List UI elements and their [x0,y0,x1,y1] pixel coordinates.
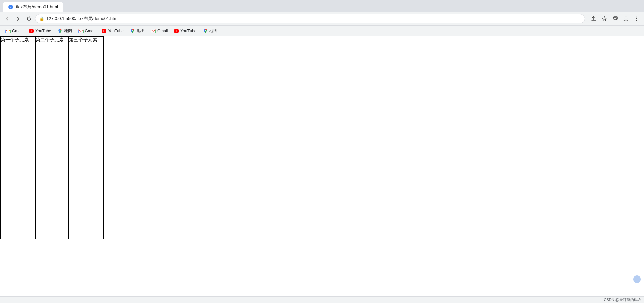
bookmark-gmail-1[interactable]: Gmail [3,27,25,35]
flex-child-2: 第二个子元素 [35,37,68,239]
bookmark-label: 地图 [209,28,217,34]
svg-point-4 [625,17,627,19]
gmail-icon-2 [78,28,84,34]
maps-icon-3 [203,28,208,34]
svg-point-11 [59,30,60,31]
bookmark-label: 地图 [137,28,145,34]
flex-container: 第一个子元素 第二个子元素 第三个子元素 [0,36,104,239]
share-icon [591,16,597,22]
svg-rect-16 [151,29,156,33]
status-text: CSDN @天秤座的码农 [604,297,641,302]
flex-child-2-label: 第二个子元素 [36,37,64,42]
bookmark-label: Gmail [85,29,95,33]
reload-button[interactable] [24,14,34,23]
bookmark-gmail-3[interactable]: Gmail [148,27,170,35]
back-icon [5,16,10,21]
bookmark-maps-2[interactable]: 地图 [127,27,147,35]
bookmark-label: Gmail [12,29,22,33]
bookmark-youtube-3[interactable]: YouTube [171,27,199,35]
window-button[interactable] [610,14,620,23]
star-button[interactable] [600,14,609,23]
tab-bar: F flex布局/demo01.html [0,0,644,12]
svg-point-15 [132,30,133,31]
svg-rect-12 [78,29,83,33]
bookmark-label: 地图 [64,28,72,34]
maps-icon-2 [130,28,135,34]
flex-child-1: 第一个子元素 [0,37,35,239]
tab-title: flex布局/demo01.html [16,4,58,10]
bookmark-gmail-2[interactable]: Gmail [75,27,98,35]
bookmarks-bar: Gmail YouTube 地图 [0,26,644,36]
flex-child-3: 第三个子元素 [69,37,104,239]
forward-icon [15,16,21,21]
lock-icon: 🔒 [39,16,44,21]
bookmark-label: YouTube [35,29,51,33]
gmail-icon-3 [151,28,156,34]
address-bar[interactable]: 🔒 127.0.0.1:5500/flex布局/demo01.html [35,14,585,23]
profile-icon [623,16,629,22]
flex-child-3-label: 第三个子元素 [69,37,97,42]
forward-button[interactable] [13,14,23,23]
svg-point-5 [636,16,637,17]
status-bar: CSDN @天秤座的码农 [0,296,644,303]
page-content: 第一个子元素 第二个子元素 第三个子元素 [0,36,644,296]
menu-button[interactable] [632,14,641,23]
menu-icon [634,16,640,22]
tab-favicon: F [8,4,13,10]
bookmark-maps-1[interactable]: 地图 [55,27,75,35]
svg-text:F: F [10,6,12,9]
toolbar-right [589,14,641,23]
url-text: 127.0.0.1:5500/flex布局/demo01.html [46,16,118,22]
share-button[interactable] [589,14,598,23]
youtube-icon-3 [174,28,179,34]
profile-button[interactable] [621,14,631,23]
bookmark-label: YouTube [108,29,124,33]
youtube-icon-1 [29,28,34,34]
toolbar: 🔒 127.0.0.1:5500/flex布局/demo01.html [0,12,644,26]
page-inner: 第一个子元素 第二个子元素 第三个子元素 [0,36,644,296]
svg-rect-8 [6,29,10,33]
maps-icon-1 [57,28,63,34]
bookmark-maps-3[interactable]: 地图 [200,27,220,35]
youtube-icon-2 [101,28,107,34]
browser-window: F flex布局/demo01.html 🔒 127.0.0.1:5500/fl [0,0,644,303]
star-icon [601,16,607,22]
svg-point-19 [205,30,206,31]
svg-point-6 [636,18,637,19]
reload-icon [26,16,32,21]
active-tab[interactable]: F flex布局/demo01.html [3,2,63,12]
bookmark-youtube-1[interactable]: YouTube [26,27,54,35]
window-icon [612,16,618,22]
back-button[interactable] [3,14,12,23]
flex-child-1-label: 第一个子元素 [1,37,29,42]
bookmark-label: YouTube [180,29,196,33]
bookmark-youtube-2[interactable]: YouTube [99,27,126,35]
scroll-indicator [633,275,641,283]
svg-point-7 [636,20,637,20]
bookmark-label: Gmail [157,29,168,33]
gmail-icon-1 [5,28,11,34]
